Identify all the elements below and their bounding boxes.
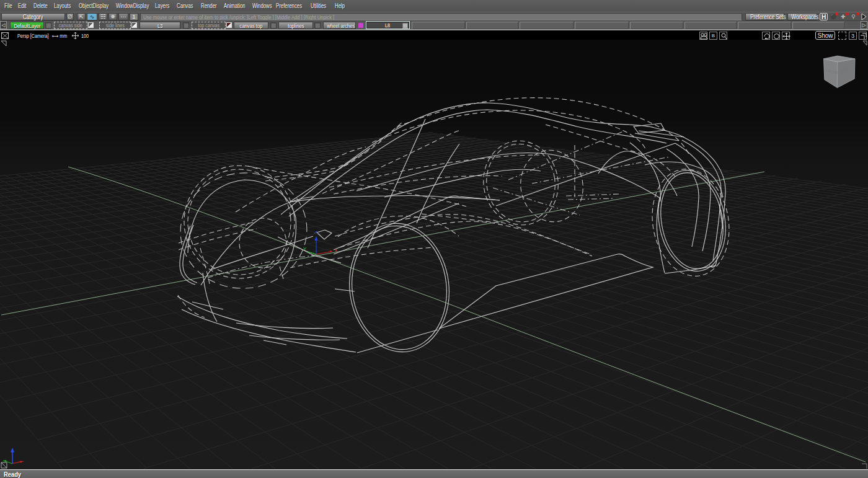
svg-text:x: x [335, 247, 337, 253]
svg-text:Y: Y [303, 246, 307, 252]
